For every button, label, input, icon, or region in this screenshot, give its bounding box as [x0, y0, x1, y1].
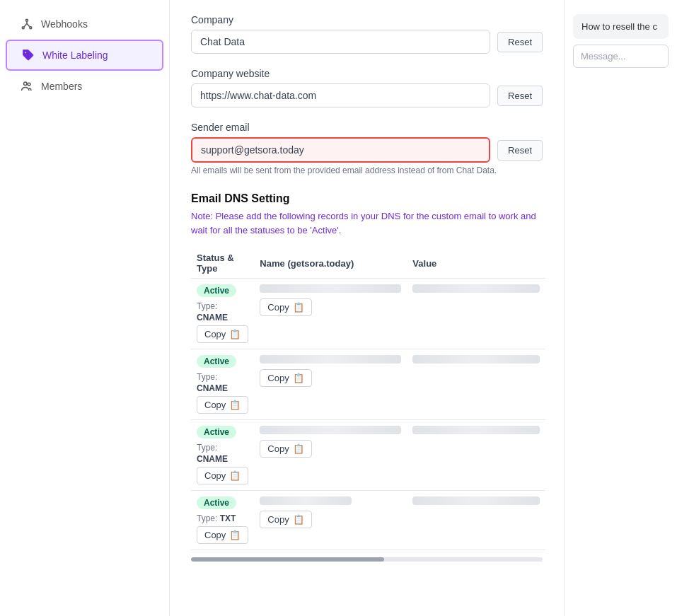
copy-name-button-4[interactable]: Copy 📋	[197, 526, 248, 544]
company-website-input[interactable]	[191, 83, 490, 107]
dns-table: Status & Type Name (getsora.today) Value…	[191, 248, 545, 550]
blurred-name-1	[260, 284, 401, 293]
svg-point-2	[30, 27, 32, 29]
copy-icon: 📋	[293, 514, 304, 525]
copy-name-button-2[interactable]: Copy 📋	[197, 396, 248, 414]
value-cell-4	[407, 491, 545, 550]
dns-section: Email DNS Setting Note: Please add the f…	[191, 192, 543, 562]
type-label: Type: CNAME	[197, 372, 228, 393]
status-type-cell: Active Type: CNAME Copy 📋	[191, 420, 254, 491]
company-field-row: Reset	[191, 30, 543, 54]
type-label: Type: TXT	[197, 513, 236, 523]
sidebar-item-label: Webhooks	[41, 18, 88, 30]
status-type-cell: Active Type: CNAME Copy 📋	[191, 279, 254, 349]
value-cell-1	[407, 279, 545, 349]
type-label: Type: CNAME	[197, 443, 228, 464]
sidebar-item-webhooks[interactable]: Webhooks	[6, 10, 163, 38]
company-website-field-row: Reset	[191, 83, 543, 107]
svg-point-0	[26, 19, 28, 21]
scrollbar-thumb	[191, 557, 384, 562]
copy-value-button-3[interactable]: Copy 📋	[260, 440, 311, 458]
copy-icon: 📋	[229, 530, 241, 540]
value-cell-2	[407, 349, 545, 420]
name-cell-3: Copy 📋	[254, 420, 407, 491]
message-input-placeholder[interactable]: Message...	[573, 45, 669, 68]
tag-icon	[21, 48, 35, 62]
status-type-cell: Active Type: CNAME Copy 📋	[191, 349, 254, 420]
sender-email-field-section: Sender email Reset All emails will be se…	[191, 122, 543, 175]
sidebar-item-label: Members	[41, 81, 82, 92]
copy-label: Copy	[204, 530, 226, 540]
col-name: Name (getsora.today)	[254, 248, 407, 279]
copy-value-button-2[interactable]: Copy 📋	[260, 369, 311, 387]
copy-label: Copy	[204, 400, 226, 410]
status-badge: Active	[197, 355, 236, 368]
webhook-icon	[20, 17, 34, 31]
col-value: Value	[407, 248, 545, 279]
copy-value-button-1[interactable]: Copy 📋	[260, 298, 311, 316]
company-website-field-section: Company website Reset	[191, 68, 543, 107]
blurred-value-3	[412, 426, 540, 434]
sender-email-label: Sender email	[191, 122, 543, 133]
copy-icon: 📋	[229, 470, 241, 481]
sidebar-item-label: White Labeling	[42, 50, 108, 61]
company-field-section: Company Reset	[191, 14, 543, 54]
sidebar-item-white-labeling[interactable]: White Labeling	[6, 40, 163, 71]
status-badge: Active	[197, 284, 236, 297]
svg-point-5	[28, 83, 30, 86]
copy-value-button-4[interactable]: Copy 📋	[260, 511, 311, 528]
name-cell-1: Copy 📋	[254, 279, 407, 349]
horizontal-scrollbar[interactable]	[191, 557, 543, 562]
copy-name-button-1[interactable]: Copy 📋	[197, 325, 248, 343]
copy-icon: 📋	[293, 443, 304, 454]
copy-name-button-3[interactable]: Copy 📋	[197, 467, 248, 484]
table-row: Active Type: CNAME Copy 📋 Copy 📋	[191, 349, 545, 420]
dns-title: Email DNS Setting	[191, 192, 543, 205]
col-status-type: Status & Type	[191, 248, 254, 279]
sender-email-hint: All emails will be sent from the provide…	[191, 165, 543, 175]
svg-point-1	[22, 27, 24, 29]
blurred-name-3	[260, 426, 401, 434]
copy-label: Copy	[267, 443, 289, 454]
blurred-value-2	[412, 355, 540, 364]
copy-icon: 📋	[229, 400, 241, 410]
copy-icon: 📋	[293, 302, 304, 313]
company-label: Company	[191, 14, 543, 25]
status-badge: Active	[197, 496, 236, 509]
copy-label: Copy	[267, 514, 289, 525]
status-type-cell: Active Type: TXT Copy 📋	[191, 491, 254, 550]
table-row: Active Type: TXT Copy 📋 Copy 📋	[191, 491, 545, 550]
blurred-name-2	[260, 355, 401, 364]
value-cell-3	[407, 420, 545, 491]
company-reset-button[interactable]: Reset	[497, 32, 543, 52]
copy-label: Copy	[204, 470, 226, 481]
sidebar-item-members[interactable]: Members	[6, 72, 163, 100]
company-website-label: Company website	[191, 68, 543, 79]
sender-email-input[interactable]	[191, 137, 490, 163]
right-panel: How to resell the c Message...	[564, 0, 677, 616]
company-input[interactable]	[191, 30, 490, 54]
table-row: Active Type: CNAME Copy 📋 Copy 📋	[191, 279, 545, 349]
chat-bubble: How to resell the c	[573, 14, 669, 39]
sender-email-field-row: Reset	[191, 137, 543, 163]
blurred-value-1	[412, 284, 540, 293]
dns-note: Note: Please add the following records i…	[191, 209, 543, 237]
company-website-reset-button[interactable]: Reset	[497, 86, 543, 106]
members-icon	[20, 79, 34, 93]
name-cell-2: Copy 📋	[254, 349, 407, 420]
copy-label: Copy	[204, 329, 226, 339]
name-cell-4: Copy 📋	[254, 491, 407, 550]
copy-icon: 📋	[229, 329, 241, 339]
copy-label: Copy	[267, 302, 289, 313]
svg-point-4	[24, 82, 28, 86]
status-badge: Active	[197, 426, 236, 438]
blurred-name-4	[260, 496, 352, 505]
type-label: Type: CNAME	[197, 301, 228, 322]
sender-email-reset-button[interactable]: Reset	[497, 140, 543, 161]
table-row: Active Type: CNAME Copy 📋 Copy 📋	[191, 420, 545, 491]
main-content: Company Reset Company website Reset Send…	[170, 0, 564, 616]
svg-point-3	[25, 52, 26, 53]
copy-icon: 📋	[293, 373, 304, 383]
sidebar: Webhooks White Labeling Members	[0, 0, 170, 616]
blurred-value-4	[412, 496, 540, 505]
